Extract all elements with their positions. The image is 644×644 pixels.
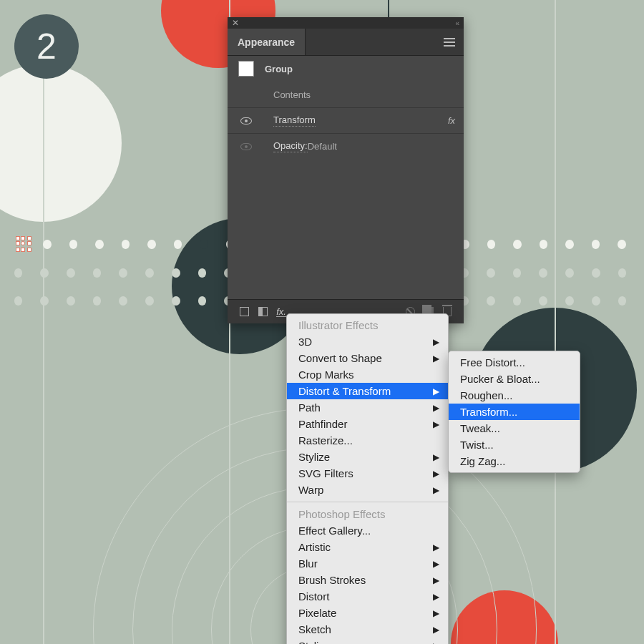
menu-item-label: Artistic (298, 541, 331, 553)
appearance-panel: ✕ « Appearance Group Contents Transform … (228, 17, 464, 323)
tab-label: Appearance (238, 36, 295, 48)
submenu-arrow-icon: ▶ (433, 608, 439, 618)
menu-item-label: Tweak... (460, 422, 500, 434)
submenu-arrow-icon: ▶ (433, 452, 439, 462)
menu-item-warp[interactable]: Warp▶ (287, 482, 448, 498)
selection-handle[interactable] (16, 236, 31, 252)
menu-icon (444, 42, 455, 43)
submenu-arrow-icon: ▶ (433, 542, 439, 552)
menu-item-label: Distort (298, 590, 329, 602)
submenu-arrow-icon: ▶ (433, 337, 439, 347)
menu-item-svg-filters[interactable]: SVG Filters▶ (287, 465, 448, 482)
menu-item-distort-transform[interactable]: Distort & Transform▶ (287, 383, 448, 399)
fill-swatch[interactable] (238, 61, 254, 77)
menu-item-label: Stylize (298, 451, 330, 463)
collapse-icon[interactable]: « (455, 19, 459, 27)
opacity-value: Default (308, 141, 337, 152)
bg-line (555, 0, 556, 644)
add-stroke-button[interactable] (235, 304, 253, 320)
submenu-arrow-icon: ▶ (433, 592, 439, 602)
submenu-arrow-icon: ▶ (433, 386, 439, 396)
menu-item-label: SVG Filters (298, 467, 353, 479)
appearance-tab[interactable]: Appearance (228, 29, 306, 55)
menu-item-label: Effect Gallery... (298, 525, 371, 537)
submenu-arrow-icon: ▶ (433, 625, 439, 635)
menu-item-rasterize[interactable]: Rasterize... (287, 432, 448, 449)
menu-item-brush-strokes[interactable]: Brush Strokes▶ (287, 572, 448, 588)
menu-item-stylize[interactable]: Stylize▶ (287, 449, 448, 465)
fx-indicator[interactable]: fx (434, 115, 455, 126)
step-number: 2 (36, 26, 57, 67)
close-icon[interactable]: ✕ (232, 19, 239, 27)
menu-item-pucker-bloat[interactable]: Pucker & Bloat... (449, 371, 580, 387)
appearance-row-opacity[interactable]: Opacity: Default (228, 133, 464, 159)
menu-item-label: Pathfinder (298, 418, 347, 430)
menu-item-label: Brush Strokes (298, 574, 366, 586)
submenu-arrow-icon: ▶ (433, 575, 439, 585)
panel-tabs: Appearance (228, 29, 464, 56)
row-label: Contents (273, 89, 311, 100)
menu-item-tweak[interactable]: Tweak... (449, 420, 580, 436)
menu-item-label: 3D (298, 336, 312, 348)
panel-menu-button[interactable] (435, 29, 464, 55)
menu-item-effect-gallery[interactable]: Effect Gallery... (287, 522, 448, 539)
panel-titlebar[interactable]: ✕ « (228, 17, 464, 29)
menu-section-title: Illustrator Effects (287, 317, 448, 333)
submenu-arrow-icon: ▶ (433, 403, 439, 413)
appearance-row-contents[interactable]: Contents (228, 82, 464, 107)
appearance-body: Group Contents Transform fx Opacity: Def… (228, 56, 464, 299)
menu-item-label: Rasterize... (298, 434, 353, 447)
menu-item-roughen[interactable]: Roughen... (449, 387, 580, 404)
menu-item-convert-to-shape[interactable]: Convert to Shape▶ (287, 350, 448, 366)
menu-item-label: Free Distort... (460, 356, 525, 369)
row-label: Group (265, 64, 293, 74)
menu-item-label: Pixelate (298, 607, 336, 619)
menu-item-label: Convert to Shape (298, 352, 382, 364)
visibility-icon[interactable] (240, 143, 252, 150)
distort-transform-submenu: Free Distort...Pucker & Bloat...Roughen.… (448, 351, 580, 473)
menu-item-label: Warp (298, 484, 323, 496)
menu-item-transform[interactable]: Transform... (449, 404, 580, 420)
menu-separator (287, 502, 448, 502)
submenu-arrow-icon: ▶ (433, 469, 439, 479)
menu-item-label: Path (298, 401, 321, 414)
menu-item-twist[interactable]: Twist... (449, 436, 580, 453)
submenu-arrow-icon: ▶ (433, 419, 439, 429)
visibility-icon[interactable] (240, 117, 252, 125)
menu-item-pixelate[interactable]: Pixelate▶ (287, 605, 448, 621)
menu-item-free-distort[interactable]: Free Distort... (449, 354, 580, 371)
menu-item-label: Twist... (460, 439, 494, 451)
menu-item-label: Sketch (298, 623, 331, 635)
submenu-arrow-icon: ▶ (433, 559, 439, 569)
appearance-row-group[interactable]: Group (228, 56, 464, 82)
add-fill-button[interactable] (253, 304, 272, 320)
menu-item-stylize[interactable]: Stylize▶ (287, 638, 448, 644)
menu-item-3d[interactable]: 3D▶ (287, 333, 448, 350)
menu-item-label: Crop Marks (298, 369, 354, 381)
menu-item-crop-marks[interactable]: Crop Marks (287, 366, 448, 383)
bg-line (43, 64, 44, 644)
bg-circle-cream-large (0, 64, 122, 222)
menu-item-artistic[interactable]: Artistic▶ (287, 539, 448, 555)
submenu-arrow-icon: ▶ (433, 485, 439, 495)
menu-section-title: Photoshop Effects (287, 506, 448, 522)
menu-item-path[interactable]: Path▶ (287, 399, 448, 416)
menu-item-sketch[interactable]: Sketch▶ (287, 621, 448, 638)
menu-item-label: Transform... (460, 406, 517, 418)
appearance-row-transform[interactable]: Transform fx (228, 107, 464, 133)
effects-menu: Illustrator Effects 3D▶Convert to Shape▶… (286, 313, 449, 644)
menu-item-label: Stylize (298, 640, 330, 644)
menu-item-label: Distort & Transform (298, 385, 391, 397)
menu-item-zig-zag[interactable]: Zig Zag... (449, 453, 580, 469)
menu-item-label: Zig Zag... (460, 455, 505, 467)
step-badge: 2 (14, 14, 79, 79)
submenu-arrow-icon: ▶ (433, 353, 439, 364)
opacity-label: Opacity: (273, 140, 308, 152)
menu-item-label: Blur (298, 557, 318, 570)
menu-item-distort[interactable]: Distort▶ (287, 588, 448, 605)
menu-item-label: Roughen... (460, 389, 512, 401)
menu-item-pathfinder[interactable]: Pathfinder▶ (287, 416, 448, 432)
row-label: Transform (273, 114, 316, 127)
submenu-arrow-icon: ▶ (433, 641, 439, 645)
menu-item-blur[interactable]: Blur▶ (287, 555, 448, 572)
